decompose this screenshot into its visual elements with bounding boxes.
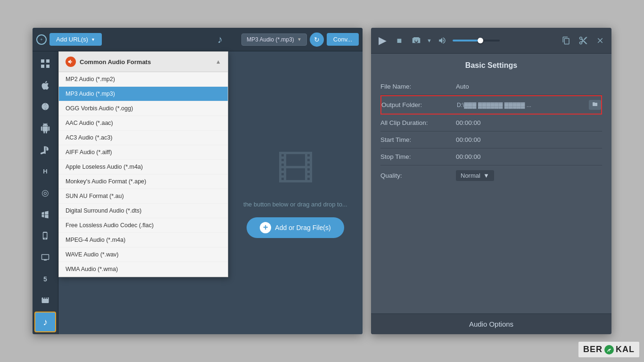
sidebar-item-playstation[interactable] (34, 140, 56, 160)
clip-duration-row: All Clip Duration: 00:00:00 (380, 115, 602, 132)
sidebar-item-audio[interactable]: ♪ (34, 312, 56, 332)
right-panel: ▶ ■ ▼ (371, 28, 611, 334)
volume-track (453, 40, 500, 41)
add-urls-button[interactable]: Add URL(s) ▼ (50, 33, 102, 46)
drop-text: the button below or drag and drop to... (243, 201, 347, 208)
quality-row: Quality: Normal ▼ (380, 165, 602, 186)
format-dropdown-header: Common Audio Formats ▲ (59, 52, 228, 72)
add-file-button[interactable]: + Add or Drag File(s) (247, 217, 344, 238)
toolbar: + Add URL(s) ▼ ♪ MP3 Audio (*.mp3) ▼ ↻ C… (33, 28, 363, 51)
audio-options-label: Audio Options (469, 320, 513, 328)
convert-button[interactable]: Conv... (327, 33, 359, 46)
format-item[interactable]: WMA Audio (*.wma) (59, 262, 228, 277)
start-time-value: 00:00:00 (456, 136, 602, 143)
sidebar-item-samsung[interactable]: ◎ (34, 182, 56, 203)
format-item[interactable]: Free Lossless Audio Codec (.flac) (59, 218, 228, 233)
svg-rect-2 (41, 65, 44, 68)
add-urls-label: Add URL(s) (56, 36, 88, 43)
sidebar-item-tv[interactable] (34, 247, 56, 268)
stop-time-label: Stop Time: (380, 153, 456, 160)
volume-slider[interactable] (453, 40, 500, 41)
quality-dropdown[interactable]: Normal ▼ (456, 170, 494, 181)
file-name-row: File Name: Auto (380, 78, 602, 95)
folder-path-text: D:\▓▓▓ ▓▓▓▓▓▓ ▓▓▓▓▓ ... (457, 102, 586, 108)
settings-area: Basic Settings File Name: Auto Output Fo… (371, 54, 611, 193)
stop-time-row: Stop Time: 00:00:00 (380, 148, 602, 165)
volume-fill (453, 40, 479, 41)
volume-button[interactable] (436, 34, 449, 47)
sidebar-item-apple[interactable] (34, 75, 56, 96)
format-item[interactable]: SUN AU Format (*.au) (59, 189, 228, 204)
common-audio-icon (66, 57, 76, 67)
quality-arrow-icon: ▼ (483, 172, 489, 179)
dropdown-arrow-icon: ▼ (91, 37, 95, 42)
output-folder-row: Output Folder: D:\▓▓▓ ▓▓▓▓▓▓ ▓▓▓▓▓ ... (380, 95, 602, 115)
sidebar-item-android[interactable] (34, 118, 56, 139)
cut-button[interactable] (577, 34, 590, 47)
sidebar-item-html5[interactable]: 5 (34, 269, 56, 289)
format-label: MP3 Audio (*.mp3) (247, 36, 294, 43)
quality-value: Normal (461, 172, 480, 179)
chevron-icon: ▲ (215, 58, 221, 65)
svg-rect-0 (41, 59, 44, 63)
output-folder-label: Output Folder: (381, 101, 457, 108)
play-button[interactable]: ▶ (376, 34, 389, 47)
format-item[interactable]: AAC Audio (*.aac) (59, 116, 228, 131)
format-item[interactable]: AIFF Audio (*.aiff) (59, 145, 228, 160)
add-file-label: Add or Drag File(s) (275, 224, 330, 231)
film-placeholder-icon: 🎞 (277, 148, 314, 191)
watermark-text-ber: BER (583, 345, 603, 354)
clip-duration-value: 00:00:00 (456, 119, 602, 126)
sidebar-icons: $ H ◎ 5 ♪ (33, 51, 58, 334)
audio-options-footer[interactable]: Audio Options (371, 313, 611, 334)
sidebar-item-video[interactable] (34, 290, 56, 311)
stop-time-value: 00:00:00 (456, 153, 602, 160)
watermark: BER KAL (578, 342, 639, 357)
plus-icon: + (260, 222, 271, 233)
watermark-leaf-icon (604, 345, 614, 354)
music-note-icon: ♪ (217, 33, 223, 46)
format-selector[interactable]: MP3 Audio (*.mp3) ▼ (241, 33, 307, 46)
main-content-area: 🎞 the button below or drag and drop to..… (228, 51, 363, 334)
start-time-label: Start Time: (380, 136, 456, 143)
sidebar-item-all[interactable] (34, 53, 56, 74)
settings-title: Basic Settings (380, 61, 602, 70)
format-item[interactable]: Apple Loseless Audio (*.m4a) (59, 160, 228, 174)
quality-label: Quality: (380, 172, 456, 179)
left-panel: + Add URL(s) ▼ ♪ MP3 Audio (*.mp3) ▼ ↻ C… (33, 28, 363, 334)
screenshot-button[interactable] (410, 34, 423, 47)
file-name-value: Auto (456, 83, 602, 90)
format-item[interactable]: Digital Surround Audio (*.dts) (59, 204, 228, 218)
format-item[interactable]: WAVE Audio (*.wav) (59, 247, 228, 262)
file-name-label: File Name: (380, 83, 456, 90)
format-items-list: MP2 Audio (*.mp2)MP3 Audio (*.mp3)OGG Vo… (59, 72, 228, 277)
close-button[interactable] (594, 34, 607, 47)
refresh-button[interactable]: ↻ (310, 33, 324, 47)
clip-duration-label: All Clip Duration: (380, 119, 456, 126)
format-item[interactable]: AC3 Audio (*.ac3) (59, 131, 228, 145)
output-folder-value: D:\▓▓▓ ▓▓▓▓▓▓ ▓▓▓▓▓ ... (457, 100, 601, 110)
format-dropdown: Common Audio Formats ▲ MP2 Audio (*.mp2)… (58, 51, 228, 277)
format-dropdown-arrow: ▼ (297, 37, 302, 42)
globe-icon: + (36, 34, 47, 45)
watermark-text-kal: KAL (616, 345, 635, 354)
start-time-row: Start Time: 00:00:00 (380, 132, 602, 148)
dropdown-arrow-screenshot: ▼ (427, 38, 432, 43)
format-item[interactable]: MP3 Audio (*.mp3) (59, 87, 228, 101)
sidebar-item-mobile[interactable] (34, 225, 56, 246)
browse-folder-button[interactable] (589, 100, 601, 110)
sidebar-item-windows[interactable] (34, 204, 56, 225)
format-item[interactable]: MPEG-4 Audio (*.m4a) (59, 233, 228, 247)
app-container: + Add URL(s) ▼ ♪ MP3 Audio (*.mp3) ▼ ↻ C… (0, 0, 644, 362)
copy-button[interactable] (560, 34, 573, 47)
player-toolbar: ▶ ■ ▼ (371, 28, 611, 54)
format-item[interactable]: OGG Vorbis Audio (*.ogg) (59, 101, 228, 116)
stop-button[interactable]: ■ (393, 34, 406, 47)
sidebar-item-android-money[interactable]: $ (34, 96, 56, 117)
format-dropdown-title: Common Audio Formats (80, 58, 151, 66)
sidebar-item-huawei[interactable]: H (34, 161, 56, 181)
format-item[interactable]: Monkey's Audio Format (*.ape) (59, 174, 228, 189)
volume-thumb (478, 38, 483, 43)
svg-rect-3 (46, 65, 50, 68)
format-item[interactable]: MP2 Audio (*.mp2) (59, 72, 228, 87)
